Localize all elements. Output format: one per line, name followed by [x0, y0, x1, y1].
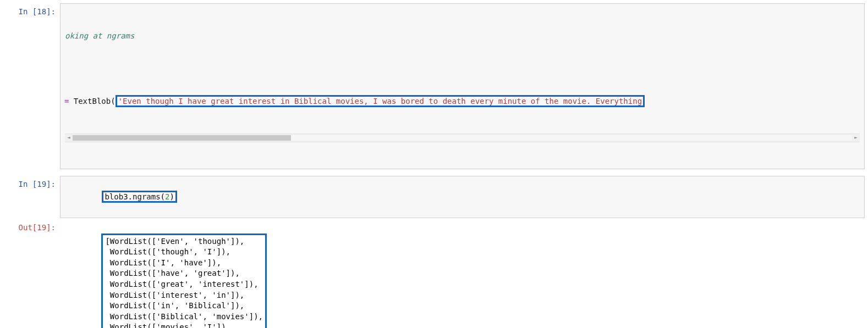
cell-in-19: In [19]: blob3.ngrams(2)	[0, 176, 868, 218]
code-line-1: oking at ngrams	[65, 30, 860, 42]
code-line-2: 3 = TextBlob('Even though I have great i…	[60, 96, 860, 107]
output-line: WordList(['though', 'I']),	[105, 247, 263, 258]
string-highlight: 'Even though I have great interest in Bi…	[116, 95, 645, 107]
output-line: WordList(['I', 'have']),	[105, 258, 263, 269]
code-input-area[interactable]: blob3.ngrams(2)	[60, 176, 865, 218]
code-input-area[interactable]: oking at ngrams 3 = TextBlob('Even thoug…	[60, 3, 865, 169]
blank-line	[65, 65, 860, 73]
obj-name: blob3	[105, 192, 128, 201]
cell-body: blob3.ngrams(2)	[60, 176, 865, 218]
cell-in-18: In [18]: oking at ngrams 3 = TextBlob('E…	[0, 3, 868, 169]
output-line: WordList(['great', 'interest']),	[105, 279, 263, 290]
cell-gap	[0, 170, 868, 176]
scroll-track[interactable]	[73, 135, 852, 141]
expression-highlight: blob3.ngrams(2)	[102, 191, 177, 203]
string-literal: 'Even though I have great interest in Bi…	[118, 97, 642, 105]
cell-out-19: Out[19]: [WordList(['Even', 'though']), …	[0, 219, 868, 328]
output-line: WordList(['interest', 'in']),	[105, 290, 263, 301]
cell-body: oking at ngrams 3 = TextBlob('Even thoug…	[60, 3, 865, 169]
output-line: WordList(['movies', 'I']),	[105, 322, 263, 328]
scroll-right-arrow-icon[interactable]: ►	[852, 134, 860, 142]
dot: .	[128, 192, 133, 201]
notebook-container: In [18]: oking at ngrams 3 = TextBlob('E…	[0, 0, 868, 328]
output-prompt: Out[19]:	[3, 219, 60, 328]
horizontal-scrollbar[interactable]: ◄ ►	[65, 134, 860, 142]
cell-body: [WordList(['Even', 'though']), WordList(…	[60, 219, 865, 328]
lparen: (	[161, 192, 165, 201]
output-highlight: [WordList(['Even', 'though']), WordList(…	[101, 234, 267, 328]
output-line: WordList(['have', 'great']),	[105, 268, 263, 279]
method-name: ngrams	[133, 192, 161, 201]
comment-fragment: oking at ngrams	[65, 31, 134, 40]
rparen: )	[169, 192, 174, 201]
scroll-thumb[interactable]	[73, 135, 291, 141]
output-line: [WordList(['Even', 'though']),	[105, 236, 263, 247]
input-prompt: In [19]:	[3, 176, 60, 218]
output-line: WordList(['Biblical', 'movies']),	[105, 312, 263, 323]
scroll-left-arrow-icon[interactable]: ◄	[65, 134, 73, 142]
output-area: [WordList(['Even', 'though']), WordList(…	[60, 219, 865, 328]
class-name-fragment: TextBlob	[74, 97, 111, 105]
input-prompt: In [18]:	[3, 3, 60, 169]
output-line: WordList(['in', 'Biblical']),	[105, 301, 263, 312]
